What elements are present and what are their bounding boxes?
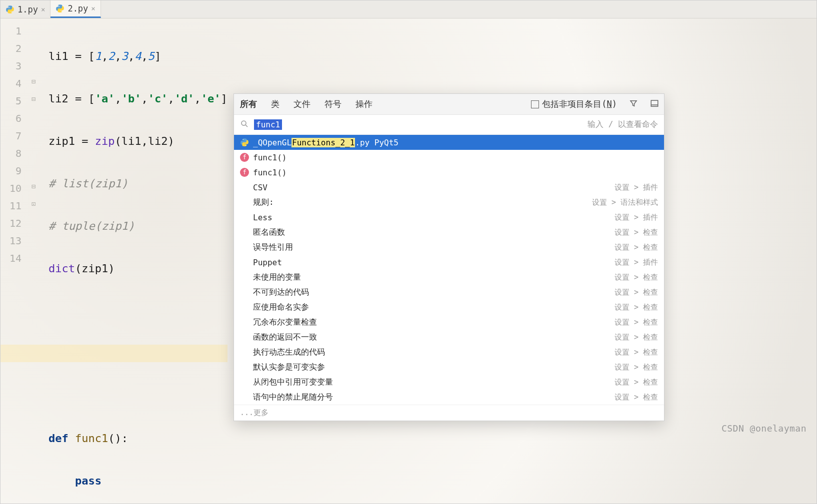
close-icon[interactable]: × xyxy=(41,5,45,13)
search-icon xyxy=(240,119,249,130)
svg-point-3 xyxy=(61,11,62,11)
popup-tab-files[interactable]: 文件 xyxy=(292,98,312,110)
svg-rect-4 xyxy=(651,100,658,106)
function-icon: f xyxy=(240,168,249,177)
open-in-tool-window-icon[interactable] xyxy=(650,99,659,110)
search-result-item[interactable]: 不可到达的代码设置 > 检查 xyxy=(234,285,664,300)
include-non-project-checkbox[interactable]: 包括非项目条目(N) xyxy=(531,98,617,110)
search-result-item[interactable]: 匿名函数设置 > 检查 xyxy=(234,225,664,240)
close-icon[interactable]: × xyxy=(91,4,95,12)
search-result-function[interactable]: f func1() xyxy=(234,165,664,180)
code-area[interactable]: li1 = [1,2,3,4,5] li2 = ['a','b','c','d'… xyxy=(28,18,228,504)
popup-tab-row: 所有 类 文件 符号 操作 包括非项目条目(N) xyxy=(234,94,664,115)
search-result-item[interactable]: 误导性引用设置 > 检查 xyxy=(234,240,664,255)
search-result-item[interactable]: 函数的返回不一致设置 > 检查 xyxy=(234,330,664,345)
search-everywhere-popup: 所有 类 文件 符号 操作 包括非项目条目(N) func1 输入 / 以查看命… xyxy=(234,93,664,421)
more-results-link[interactable]: ...更多 xyxy=(234,405,664,421)
line-number-gutter: 1 2 3 4 5 6 7 8 9 10 11 12 13 14 xyxy=(0,18,28,504)
search-result-file[interactable]: _QOpenGLFunctions_2_1.py PyQt5 xyxy=(234,135,664,150)
search-hint: 输入 / 以查看命令 xyxy=(588,119,658,130)
filter-icon[interactable] xyxy=(629,99,638,110)
svg-point-2 xyxy=(58,5,59,6)
search-result-function[interactable]: f func1() xyxy=(234,150,664,165)
search-input-row: func1 输入 / 以查看命令 xyxy=(234,115,664,135)
search-result-item[interactable]: CSV设置 > 插件 xyxy=(234,180,664,195)
search-result-item[interactable]: 执行动态生成的代码设置 > 检查 xyxy=(234,345,664,360)
function-icon: f xyxy=(240,153,249,162)
python-file-icon xyxy=(6,5,14,14)
tab-2-label: 2.py xyxy=(68,3,88,13)
svg-line-7 xyxy=(246,125,248,127)
svg-point-1 xyxy=(11,11,12,12)
popup-tab-symbols[interactable]: 符号 xyxy=(324,98,342,110)
popup-tab-all[interactable]: 所有 xyxy=(239,98,258,110)
popup-tab-classes[interactable]: 类 xyxy=(270,98,280,110)
svg-point-8 xyxy=(242,139,243,140)
python-file-icon xyxy=(240,138,249,147)
popup-tab-actions[interactable]: 操作 xyxy=(354,98,374,110)
svg-point-0 xyxy=(8,6,8,6)
search-result-item[interactable]: 应使用命名实参设置 > 检查 xyxy=(234,300,664,315)
editor-tab-bar: 1.py × 2.py × xyxy=(0,0,816,18)
tab-1-py[interactable]: 1.py × xyxy=(0,0,50,18)
search-input[interactable]: func1 xyxy=(254,119,282,130)
tab-2-py[interactable]: 2.py × xyxy=(50,0,100,18)
search-result-item[interactable]: 未使用的变量设置 > 检查 xyxy=(234,270,664,285)
svg-point-9 xyxy=(246,145,246,145)
svg-point-6 xyxy=(242,121,246,125)
search-result-item[interactable]: Less设置 > 插件 xyxy=(234,210,664,225)
search-result-item[interactable]: 默认实参是可变实参设置 > 检查 xyxy=(234,360,664,375)
search-result-item[interactable]: 从闭包中引用可变变量设置 > 检查 xyxy=(234,375,664,390)
search-result-item[interactable]: 规则:设置 > 语法和样式 xyxy=(234,195,664,210)
python-file-icon xyxy=(56,4,64,13)
search-result-item[interactable]: 冗余布尔变量检查设置 > 检查 xyxy=(234,315,664,330)
search-result-item[interactable]: 语句中的禁止尾随分号设置 > 检查 xyxy=(234,390,664,405)
search-results-list: _QOpenGLFunctions_2_1.py PyQt5 f func1()… xyxy=(234,135,664,405)
search-result-item[interactable]: Puppet设置 > 插件 xyxy=(234,255,664,270)
tab-1-label: 1.py xyxy=(18,4,38,14)
watermark: CSDN @onelayman xyxy=(722,423,806,434)
